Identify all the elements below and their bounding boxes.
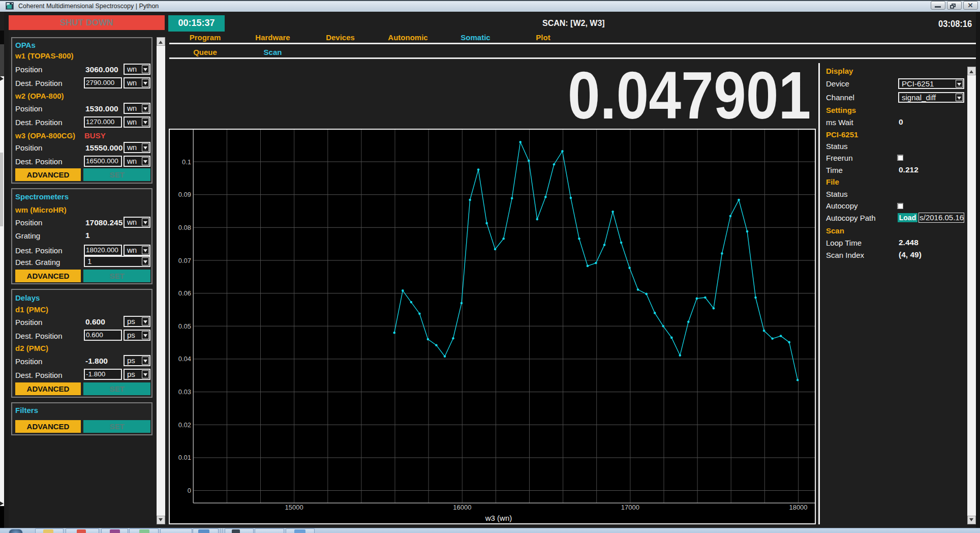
svg-text:0.07: 0.07 (178, 257, 191, 264)
svg-text:16000: 16000 (453, 504, 471, 511)
svg-text:0.08: 0.08 (178, 224, 191, 231)
svg-text:0.03: 0.03 (178, 388, 191, 396)
svg-text:0.04: 0.04 (178, 355, 191, 363)
svg-text:0.09: 0.09 (178, 191, 191, 198)
svg-text:w3 (wn): w3 (wn) (485, 514, 512, 522)
svg-text:0.06: 0.06 (178, 289, 191, 297)
svg-text:0.1: 0.1 (182, 158, 191, 166)
svg-text:0: 0 (188, 487, 191, 494)
svg-text:0.05: 0.05 (178, 322, 191, 330)
svg-text:18000: 18000 (789, 504, 807, 511)
svg-text:15000: 15000 (285, 504, 303, 511)
svg-text:0.01: 0.01 (178, 454, 191, 461)
svg-text:17000: 17000 (621, 504, 639, 511)
svg-text:0.02: 0.02 (178, 421, 191, 429)
